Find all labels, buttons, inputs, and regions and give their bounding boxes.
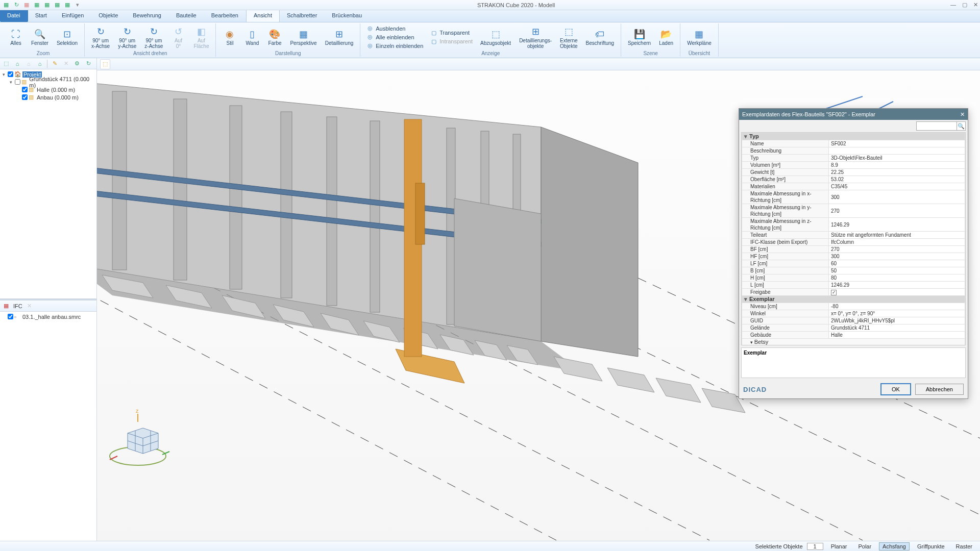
rotate-z-icon: ↻ <box>148 26 160 38</box>
svg-marker-32 <box>554 357 602 381</box>
tab-einfuegen[interactable]: Einfügen <box>55 10 91 22</box>
zoom-selection-icon: ⊡ <box>61 28 73 40</box>
dialog-footer: DICAD OK Abbrechen <box>739 380 968 398</box>
tree-tool-6[interactable]: ✕ <box>62 60 70 68</box>
tree-tool-5[interactable]: ✎ <box>51 60 59 68</box>
window-controls: — ▢ ✕ <box>950 2 978 8</box>
wand-icon: ▯ <box>246 28 258 40</box>
viewport-cube-icon[interactable]: ⬚ <box>100 59 110 69</box>
ifc-tool-1[interactable]: ▦ <box>2 302 10 310</box>
tab-objekte[interactable]: Objekte <box>91 10 126 22</box>
detaillierung-button[interactable]: ⊞Detaillierung <box>322 23 357 51</box>
tab-schalbretter[interactable]: Schalbretter <box>280 10 325 22</box>
qat-dropdown-icon[interactable]: ▾ <box>74 1 82 9</box>
ifc-file-node[interactable]: ▫03.1._halle anbau.smrc <box>1 313 95 320</box>
project-tree[interactable]: ▾🏠Projekt ▾▥Grundstück 4711 (0.000 m) ▥H… <box>0 69 96 298</box>
stil-button[interactable]: ◉Stil <box>219 23 240 51</box>
tab-bearbeiten[interactable]: Bearbeiten <box>204 10 246 22</box>
werkplaene-button[interactable]: ▦Werkpläne <box>683 23 715 51</box>
dialog-body[interactable]: ▾Typ NameSF002 Beschreibung Typ3D-Objekt… <box>741 132 966 345</box>
tree-node-anbau[interactable]: ▥Anbau (0.000 m) <box>1 93 95 101</box>
dialog-search-input[interactable] <box>916 121 957 131</box>
close-button[interactable]: ✕ <box>973 2 978 8</box>
qat-icon-5[interactable]: ▦ <box>43 1 51 9</box>
detailobj-button[interactable]: ⊞Detaillierungs- objekte <box>516 23 555 51</box>
tab-start[interactable]: Start <box>28 10 55 22</box>
ok-button[interactable]: OK <box>880 383 911 395</box>
qat-icon-4[interactable]: ▦ <box>33 1 41 9</box>
rotate-x-button[interactable]: ↻90° um x-Achse <box>88 23 113 51</box>
dialog-close-button[interactable]: ✕ <box>960 111 965 118</box>
ifc-tree[interactable]: ▫03.1._halle anbau.smrc <box>0 312 96 541</box>
tree-tool-4[interactable]: ⌂ <box>36 60 44 68</box>
intransparent-button[interactable]: ▢Intransparent <box>429 37 474 45</box>
load-icon: 📂 <box>660 28 672 40</box>
ifc-tool-2[interactable]: ✕ <box>26 302 34 310</box>
freigabe-checkbox[interactable] <box>831 290 837 295</box>
qat-icon-1[interactable]: ▦ <box>2 1 10 9</box>
wand-button[interactable]: ▯Wand <box>241 23 263 51</box>
status-raster[interactable]: Raster <box>952 542 976 550</box>
qat-icon-6[interactable]: ▦ <box>53 1 61 9</box>
tab-ansicht[interactable]: Ansicht <box>246 10 280 22</box>
cancel-button[interactable]: Abbrechen <box>915 384 964 395</box>
rotate-face-button[interactable]: ◧Auf Fläche <box>190 23 212 51</box>
alle-einblenden-button[interactable]: ◎Alle einblenden <box>365 33 424 41</box>
ausblenden-button[interactable]: ◎Ausblenden <box>365 24 424 33</box>
speichern-button[interactable]: 💾Speichern <box>624 23 654 51</box>
tree-tool-3[interactable]: ⌂ <box>24 60 33 68</box>
transparent-button[interactable]: ▢Transparent <box>429 29 474 37</box>
group-label-zoom: Zoom <box>5 51 81 57</box>
maximize-button[interactable]: ▢ <box>962 2 967 8</box>
dialog-title-text: Exemplardaten des Flex-Bauteils "SF002" … <box>742 111 960 117</box>
tree-tool-8[interactable]: ↻ <box>84 60 92 68</box>
rotate-y-button[interactable]: ↻90° um y-Achse <box>114 23 140 51</box>
tree-node-grundstueck[interactable]: ▾▥Grundstück 4711 (0.000 m) <box>1 78 95 86</box>
status-selobj-label: Selektierte Objekte <box>755 543 803 549</box>
tab-brueckenbau[interactable]: Brückenbau <box>325 10 370 22</box>
dialog-search-button[interactable]: 🔍 <box>957 121 966 131</box>
svg-line-51 <box>110 456 117 460</box>
status-polar[interactable]: Polar <box>854 542 875 550</box>
zoom-alles-button[interactable]: ⛶Alles <box>5 23 27 51</box>
status-achsfang[interactable]: Achsfang <box>879 542 910 550</box>
qat-icon-3[interactable]: ▦ <box>22 1 31 9</box>
zoom-fenster-button[interactable]: 🔍Fenster <box>28 23 52 51</box>
einzeln-einblenden-button[interactable]: ◎Einzeln einblenden <box>365 42 424 50</box>
window-title: STRAKON Cube 2020 - Modell <box>82 2 950 8</box>
tree-tool-7[interactable]: ⚙ <box>73 60 81 68</box>
qat-icon-2[interactable]: ↻ <box>12 1 20 9</box>
status-griffpunkte[interactable]: Griffpunkte <box>914 542 948 550</box>
beschriftung-button[interactable]: 🏷Beschriftung <box>582 23 618 51</box>
transparent-icon: ▢ <box>430 29 437 36</box>
perspektive-button[interactable]: ▦Perspektive <box>286 23 320 51</box>
tree-toolbar: ⬚ ⌂ ⌂ ⌂ ✎ ✕ ⚙ ↻ <box>0 58 96 69</box>
qat-icon-7[interactable]: ▦ <box>63 1 71 9</box>
dialog-titlebar[interactable]: Exemplardaten des Flex-Bauteils "SF002" … <box>739 109 968 120</box>
tree-tool-1[interactable]: ⬚ <box>2 60 10 68</box>
svg-rect-14 <box>370 121 380 312</box>
svg-rect-13 <box>327 117 337 306</box>
externe-icon: ⬚ <box>562 26 575 38</box>
group-label-darstellung: Darstellung <box>219 51 357 57</box>
zoom-all-icon: ⛶ <box>10 28 22 40</box>
rotate-z-button[interactable]: ↻90° um z-Achse <box>141 23 166 51</box>
tab-bauteile[interactable]: Bauteile <box>169 10 204 22</box>
tab-datei[interactable]: Datei <box>0 10 28 22</box>
laden-button[interactable]: 📂Laden <box>655 23 677 51</box>
svg-marker-39 <box>454 198 541 341</box>
detaillierung-icon: ⊞ <box>333 28 345 40</box>
quick-access-toolbar: ▦ ↻ ▦ ▦ ▦ ▦ ▦ ▾ <box>2 1 82 9</box>
status-planar[interactable]: Planar <box>827 542 851 550</box>
minimize-button[interactable]: — <box>950 2 956 8</box>
save-icon: 💾 <box>633 28 646 40</box>
farbe-button[interactable]: 🎨Farbe <box>264 23 285 51</box>
ribbon-group-drehen: ↻90° um x-Achse ↻90° um y-Achse ↻90° um … <box>85 23 216 57</box>
svg-rect-16 <box>447 128 455 324</box>
externe-button[interactable]: ⬚Externe Objekte <box>556 23 581 51</box>
abzugsobjekt-button[interactable]: ⬚Abzugsobjekt <box>477 23 514 51</box>
tree-tool-2[interactable]: ⌂ <box>13 60 21 68</box>
zoom-selektion-button[interactable]: ⊡Selektion <box>53 23 81 51</box>
tab-bewehrung[interactable]: Bewehrung <box>126 10 169 22</box>
rotate-0-button[interactable]: ↺Auf 0° <box>167 23 189 51</box>
